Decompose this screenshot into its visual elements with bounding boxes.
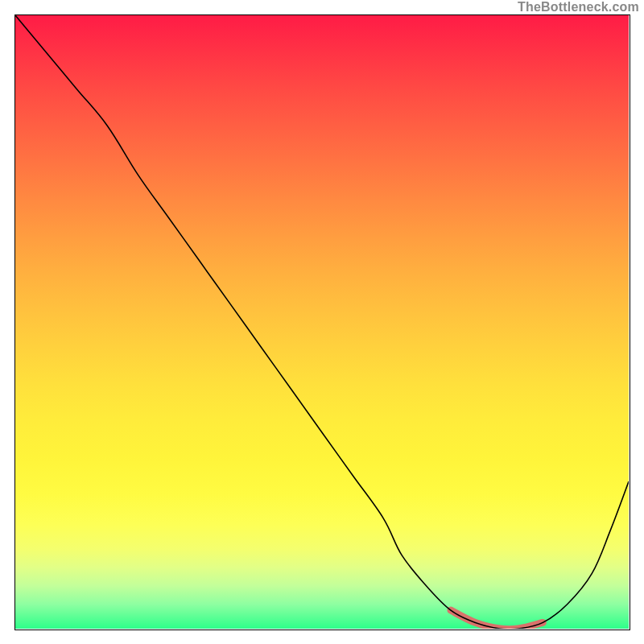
chart-container: TheBottleneck.com	[0, 0, 644, 644]
watermark-text: TheBottleneck.com	[518, 0, 639, 14]
plot-gradient-background	[15, 15, 629, 629]
